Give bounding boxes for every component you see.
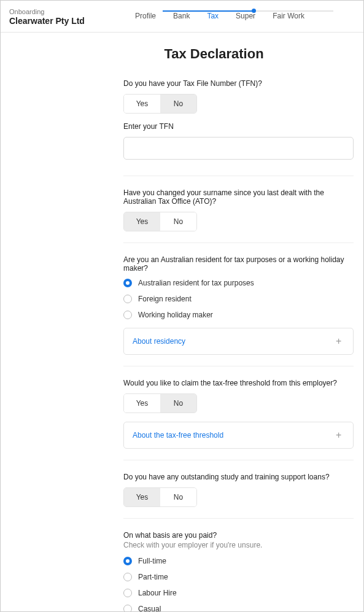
radio-label: Australian resident for tax purposes: [138, 279, 254, 287]
radio-label: Labour Hire: [138, 589, 177, 597]
radio-label: Foreign resident: [138, 295, 192, 303]
radio-icon: [123, 605, 132, 612]
tfn-input[interactable]: [123, 137, 354, 160]
tfn-toggle: Yes No: [123, 94, 197, 114]
threshold-expander[interactable]: About the tax-free threshold +: [123, 422, 354, 449]
step-super[interactable]: Super: [227, 8, 264, 24]
residency-option-2[interactable]: Working holiday maker: [123, 311, 354, 319]
divider: [123, 242, 354, 243]
threshold-yes[interactable]: Yes: [124, 394, 160, 413]
tfn-no[interactable]: No: [160, 95, 196, 113]
radio-icon: [123, 295, 132, 303]
onboarding-label: Onboarding: [9, 8, 85, 15]
loans-toggle: Yes No: [123, 487, 197, 507]
radio-label: Working holiday maker: [138, 311, 213, 319]
surname-yes[interactable]: Yes: [124, 212, 160, 231]
radio-label: Part-time: [138, 573, 168, 581]
loans-question: Do you have any outstanding study and tr…: [123, 473, 354, 481]
radio-icon: [123, 279, 132, 287]
tfn-yes[interactable]: Yes: [124, 95, 160, 113]
step-profile[interactable]: Profile: [126, 8, 165, 24]
residency-option-0[interactable]: Australian resident for tax purposes: [123, 279, 354, 287]
tfn-input-label: Enter your TFN: [123, 122, 354, 131]
plus-icon: +: [336, 431, 344, 440]
step-bank[interactable]: Bank: [165, 8, 198, 24]
divider: [123, 176, 354, 176]
radio-label: Casual: [138, 605, 161, 612]
expander-label: About the tax-free threshold: [133, 431, 223, 440]
surname-toggle: Yes No: [123, 212, 197, 231]
loans-no[interactable]: No: [160, 488, 196, 506]
loans-yes[interactable]: Yes: [124, 488, 160, 506]
basis-sublabel: Check with your employer if you're unsur…: [123, 541, 354, 549]
tfn-question: Do you have your Tax File Number (TFN)?: [123, 79, 354, 88]
surname-question: Have you changed your surname since you …: [123, 188, 354, 206]
residency-option-1[interactable]: Foreign resident: [123, 295, 354, 303]
divider: [123, 518, 354, 519]
step-fairwork[interactable]: Fair Work: [264, 8, 313, 24]
plus-icon: +: [336, 337, 344, 346]
radio-label: Full-time: [138, 557, 166, 565]
radio-icon: [123, 311, 132, 319]
divider: [123, 460, 354, 460]
radio-icon: [123, 557, 132, 565]
basis-option-1[interactable]: Part-time: [123, 573, 354, 581]
company-name: Clearwater Pty Ltd: [9, 16, 85, 26]
basis-option-2[interactable]: Labour Hire: [123, 589, 354, 597]
stepper: Profile Bank Tax Super Fair Work: [126, 8, 313, 24]
basis-option-3[interactable]: Casual: [123, 605, 354, 612]
basis-option-0[interactable]: Full-time: [123, 557, 354, 565]
surname-no[interactable]: No: [160, 212, 196, 231]
threshold-question: Would you like to claim the tax-free thr…: [123, 379, 354, 387]
basis-question: On what basis are you paid?: [123, 531, 354, 540]
step-tax[interactable]: Tax: [198, 8, 227, 24]
residency-question: Are you an Australian resident for tax p…: [123, 255, 354, 273]
radio-icon: [123, 573, 132, 581]
radio-icon: [123, 589, 132, 597]
expander-label: About residency: [133, 337, 185, 346]
page-title: Tax Declaration: [74, 46, 354, 62]
threshold-no[interactable]: No: [160, 394, 196, 413]
threshold-toggle: Yes No: [123, 393, 197, 413]
residency-expander[interactable]: About residency +: [123, 328, 354, 355]
divider: [123, 366, 354, 366]
